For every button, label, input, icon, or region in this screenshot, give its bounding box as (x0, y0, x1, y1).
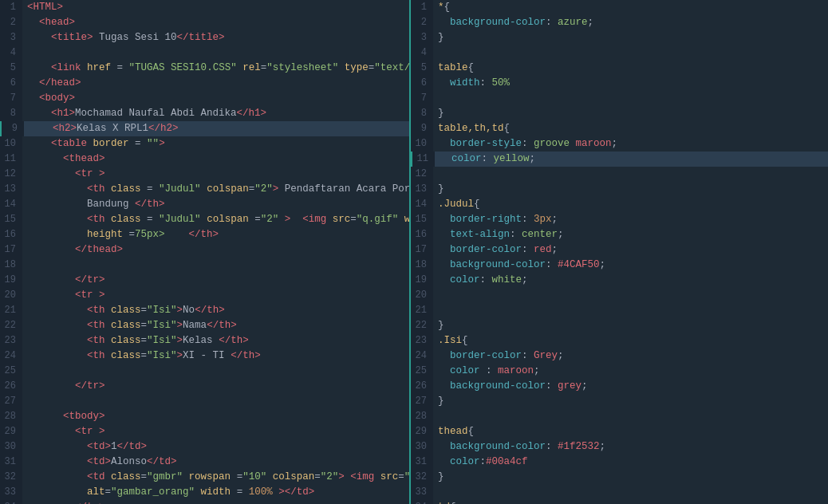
code-line: 8} (411, 106, 828, 121)
code-line: 23.Isi{ (411, 333, 828, 348)
code-line: 28 (411, 409, 828, 424)
code-line: 5 <link href = "TUGAS SESI10.CSS" rel="s… (0, 61, 409, 76)
line-content: table,th,td{ (433, 121, 828, 136)
code-line: 33 alt="gambar_orang" width = 100% ></td… (0, 485, 409, 500)
line-number: 9 (2, 121, 24, 136)
line-content: <body> (22, 91, 409, 106)
code-line: 4 (0, 45, 409, 61)
line-content: <link href = "TUGAS SESI10.CSS" rel="sty… (22, 61, 409, 76)
code-line: 29thead{ (411, 424, 828, 439)
line-content: <th class="Isi">Nama</th> (22, 318, 409, 333)
code-line: 16 height =75px> </th> (0, 227, 409, 242)
code-line: 18 (0, 258, 409, 273)
code-line: 7 <body> (0, 91, 409, 106)
code-line: 16 text-align: center; (411, 227, 828, 242)
line-content: } (433, 30, 828, 45)
code-line: 6 </head> (0, 76, 409, 91)
code-line: 4 (411, 45, 828, 61)
line-content: .Judul{ (433, 197, 828, 212)
code-line: 27 (0, 394, 409, 409)
line-number: 13 (0, 182, 22, 197)
line-number: 32 (411, 470, 433, 485)
line-content: <table border = ""> (22, 136, 409, 152)
line-content: <thead> (22, 152, 409, 167)
code-line: 24 border-color: Grey; (411, 348, 828, 364)
line-number: 24 (0, 348, 22, 364)
line-content: border-right: 3px; (433, 212, 828, 227)
line-number: 25 (411, 364, 433, 379)
line-number: 24 (411, 348, 433, 364)
code-line: 11 <thead> (0, 152, 409, 167)
code-line: 19 color: white; (411, 273, 828, 288)
line-content: <td class="gmbr" rowspan ="10" colspan="… (22, 470, 409, 485)
line-number: 4 (0, 45, 22, 61)
line-content: } (433, 106, 828, 121)
code-line: 12 <tr > (0, 167, 409, 182)
line-number: 27 (0, 394, 22, 409)
line-number: 32 (0, 470, 22, 485)
line-number: 2 (0, 15, 22, 30)
left-pane[interactable]: 1<HTML>2 <head>3 <title> Tugas Sesi 10</… (0, 0, 411, 504)
code-line: 2 background-color: azure; (411, 15, 828, 30)
code-line: 21 (411, 303, 828, 318)
code-line: 13} (411, 182, 828, 197)
line-content: <h2>Kelas X RPL1</h2> (24, 121, 409, 136)
code-line: 30 <td>1</td> (0, 439, 409, 455)
code-line: 11 color: yellow; (411, 152, 828, 167)
line-content: <head> (22, 15, 409, 30)
right-pane[interactable]: 1*{2 background-color: azure;3}45table{6… (411, 0, 828, 504)
css-code-area: 1*{2 background-color: azure;3}45table{6… (411, 0, 828, 504)
code-line: 31 <td>Alonso</td> (0, 455, 409, 470)
line-number: 21 (0, 303, 22, 318)
line-number: 31 (411, 455, 433, 470)
line-number: 25 (0, 364, 22, 379)
line-content: background-color: #4CAF50; (433, 258, 828, 273)
code-line: 26 </tr> (0, 379, 409, 394)
line-content: background-color: #1f2532; (433, 439, 828, 455)
line-number: 18 (411, 258, 433, 273)
line-number: 18 (0, 258, 22, 273)
code-line: 3 <title> Tugas Sesi 10</title> (0, 30, 409, 45)
code-line: 1<HTML> (0, 0, 409, 15)
line-number: 17 (411, 242, 433, 258)
code-line: 32} (411, 470, 828, 485)
line-number: 34 (411, 500, 433, 504)
line-number: 20 (411, 288, 433, 303)
code-line: 14.Judul{ (411, 197, 828, 212)
code-line: 24 <th class="Isi">XI - TI </th> (0, 348, 409, 364)
line-content: <th class="Isi">No</th> (22, 303, 409, 318)
line-content: <tr > (22, 288, 409, 303)
code-line: 15 <th class = "Judul" colspan ="2" > <i… (0, 212, 409, 227)
line-content: } (433, 318, 828, 333)
line-number: 27 (411, 394, 433, 409)
line-content: <tbody> (22, 409, 409, 424)
line-content: color: white; (433, 273, 828, 288)
code-line: 29 <tr > (0, 424, 409, 439)
line-number: 5 (0, 61, 22, 76)
code-line: 20 <tr > (0, 288, 409, 303)
line-number: 34 (0, 500, 22, 504)
code-line: 30 background-color: #1f2532; (411, 439, 828, 455)
line-number: 6 (411, 76, 433, 91)
code-line: 22} (411, 318, 828, 333)
code-line: 27} (411, 394, 828, 409)
line-number: 28 (0, 409, 22, 424)
code-line: 13 <th class = "Judul" colspan="2"> Pend… (0, 182, 409, 197)
line-number: 8 (411, 106, 433, 121)
code-line: 34td{ (411, 500, 828, 504)
code-line: 9table,th,td{ (411, 121, 828, 136)
line-content: <title> Tugas Sesi 10</title> (22, 30, 409, 45)
line-number: 17 (0, 242, 22, 258)
code-line: 28 <tbody> (0, 409, 409, 424)
line-content: color:#00a4cf (433, 455, 828, 470)
line-content: </tr> (22, 273, 409, 288)
code-line: 25 color : maroon; (411, 364, 828, 379)
code-line: 17 </thead> (0, 242, 409, 258)
line-number: 26 (0, 379, 22, 394)
line-number: 11 (0, 152, 22, 167)
line-number: 13 (411, 182, 433, 197)
code-line: 8 <h1>Mochamad Naufal Abdi Andika</h1> (0, 106, 409, 121)
code-line: 5table{ (411, 61, 828, 76)
line-number: 29 (0, 424, 22, 439)
line-content: table{ (433, 61, 828, 76)
